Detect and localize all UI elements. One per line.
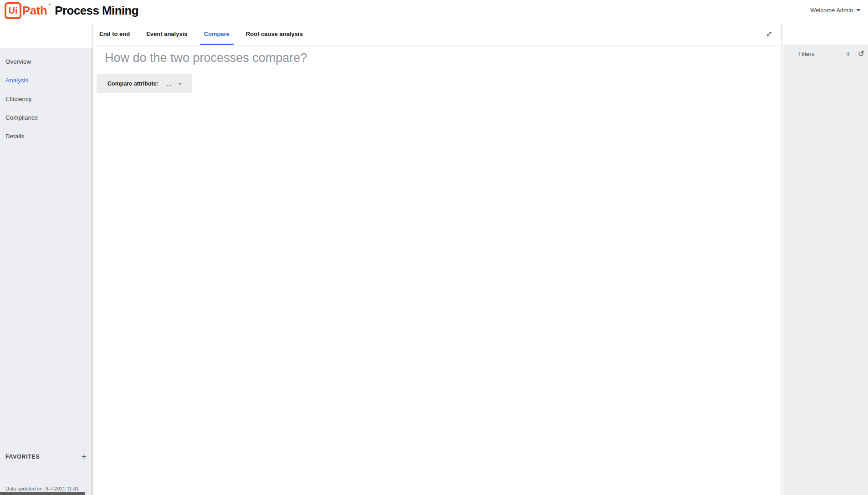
favorites-label: FAVORITES: [5, 454, 40, 460]
uipath-logo: Ui Path ™ Process Mining: [5, 2, 138, 19]
favorites-section: FAVORITES +: [0, 452, 93, 461]
tab-end-to-end[interactable]: End to end: [99, 23, 130, 45]
sidebar-nav: OverviewAnalysisEfficiencyComplianceDeta…: [0, 48, 93, 144]
sidebar: OverviewAnalysisEfficiencyComplianceDeta…: [0, 48, 93, 495]
user-menu-label: Welcome Admin: [810, 7, 853, 14]
filters-title: Filters: [798, 51, 846, 57]
app-header: Ui Path ™ Process Mining Welcome Admin: [0, 0, 868, 23]
tab-bar: End to endEvent analysisCompareRoot caus…: [93, 23, 781, 45]
sidebar-divider: [0, 476, 93, 476]
bottom-scrollbar[interactable]: [0, 492, 85, 495]
logo-path-text: Path: [22, 2, 47, 19]
data-updated-text: Data updated on: 9-7-2021 11:41: [5, 486, 79, 491]
add-filter-icon[interactable]: +: [846, 50, 851, 58]
sidebar-item-compliance[interactable]: Compliance: [0, 110, 93, 126]
logo-trademark: ™: [47, 3, 51, 7]
add-favorite-icon[interactable]: +: [82, 452, 87, 461]
compare-attribute-value: ...: [167, 81, 178, 87]
uipath-logo-icon: Ui: [5, 2, 21, 19]
filters-panel: Filters + ↺: [783, 45, 868, 495]
logo-product-text: Process Mining: [55, 2, 138, 19]
tab-compare[interactable]: Compare: [204, 23, 230, 45]
sidebar-item-overview[interactable]: Overview: [0, 54, 93, 70]
expand-icon[interactable]: [765, 30, 774, 39]
sidebar-item-efficiency[interactable]: Efficiency: [0, 91, 93, 107]
reset-filters-icon[interactable]: ↺: [858, 49, 864, 59]
sidebar-item-details[interactable]: Details: [0, 128, 93, 144]
page-title: How do the two processes compare?: [105, 51, 307, 65]
tab-event-analysis[interactable]: Event analysis: [146, 23, 187, 45]
compare-attribute-label: Compare attribute:: [107, 81, 158, 87]
sidebar-item-analysis[interactable]: Analysis: [0, 72, 93, 88]
tab-root-cause-analysis[interactable]: Root cause analysis: [246, 23, 303, 45]
chevron-down-icon: [856, 9, 861, 11]
user-menu[interactable]: Welcome Admin: [810, 7, 861, 14]
analysis-card: End to endEvent analysisCompareRoot caus…: [93, 23, 781, 495]
chevron-down-icon: [178, 83, 182, 85]
compare-attribute-dropdown[interactable]: Compare attribute: ...: [97, 74, 192, 93]
